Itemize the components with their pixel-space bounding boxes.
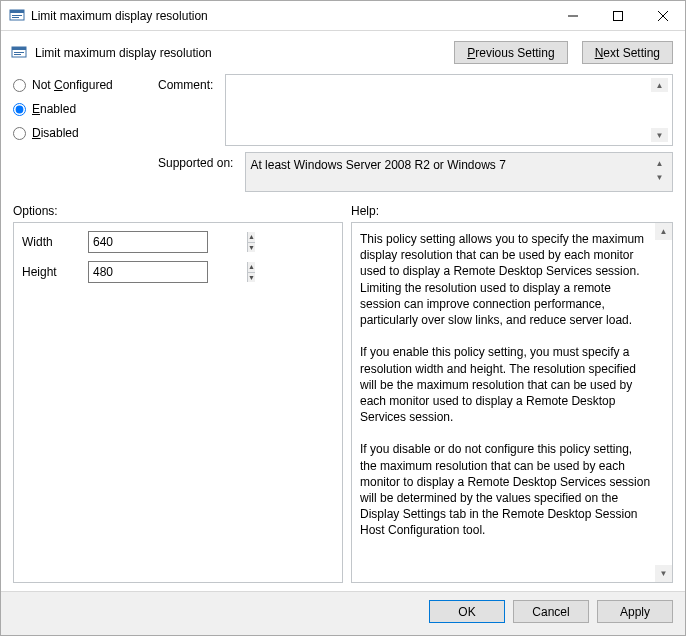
radio-disabled-input[interactable]: [13, 127, 26, 140]
scroll-up-icon[interactable]: ▲: [655, 223, 672, 240]
upper-section: Not Configured Enabled Disabled Comment:…: [1, 72, 685, 200]
titlebar: Limit maximum display resolution: [1, 1, 685, 31]
scroll-down-icon[interactable]: ▼: [655, 565, 672, 582]
app-icon: [9, 8, 25, 24]
header-row: Limit maximum display resolution Previou…: [1, 31, 685, 72]
svg-rect-11: [14, 54, 21, 55]
radio-not-configured[interactable]: Not Configured: [13, 78, 158, 92]
panels: Width ▲ ▼ Height ▲ ▼: [1, 222, 685, 591]
radio-enabled[interactable]: Enabled: [13, 102, 158, 116]
height-label: Height: [22, 265, 82, 279]
previous-setting-button[interactable]: Previous Setting: [454, 41, 567, 64]
dialog-window: Limit maximum display resolution Limit m…: [0, 0, 686, 636]
height-input[interactable]: [89, 262, 247, 282]
radio-disabled[interactable]: Disabled: [13, 126, 158, 140]
comment-scrollbar[interactable]: ▲ ▼: [651, 78, 668, 142]
spin-down-icon[interactable]: ▼: [248, 273, 255, 283]
cancel-button[interactable]: Cancel: [513, 600, 589, 623]
supported-on-box: At least Windows Server 2008 R2 or Windo…: [245, 152, 673, 192]
state-radio-group: Not Configured Enabled Disabled: [13, 74, 158, 192]
spin-up-icon[interactable]: ▲: [248, 232, 255, 243]
scroll-down-icon: ▼: [651, 170, 668, 184]
column-headers: Options: Help:: [1, 200, 685, 222]
close-button[interactable]: [640, 1, 685, 30]
options-panel: Width ▲ ▼ Height ▲ ▼: [13, 222, 343, 583]
scroll-up-icon[interactable]: ▲: [651, 78, 668, 92]
height-spinner[interactable]: ▲ ▼: [88, 261, 208, 283]
ok-button[interactable]: OK: [429, 600, 505, 623]
radio-not-configured-input[interactable]: [13, 79, 26, 92]
policy-title: Limit maximum display resolution: [35, 46, 440, 60]
spin-up-icon[interactable]: ▲: [248, 262, 255, 273]
supported-label: Supported on:: [158, 152, 239, 170]
minimize-button[interactable]: [550, 1, 595, 30]
apply-button[interactable]: Apply: [597, 600, 673, 623]
scroll-up-icon: ▲: [651, 156, 668, 170]
comment-label: Comment:: [158, 74, 219, 92]
comment-textarea[interactable]: ▲ ▼: [225, 74, 673, 146]
supported-row: Supported on: At least Windows Server 20…: [158, 152, 673, 192]
help-panel: This policy setting allows you to specif…: [351, 222, 673, 583]
policy-icon: [11, 45, 27, 61]
svg-rect-3: [12, 17, 19, 18]
svg-rect-9: [12, 47, 26, 50]
help-text: This policy setting allows you to specif…: [360, 231, 655, 574]
width-row: Width ▲ ▼: [22, 231, 334, 253]
comment-input[interactable]: [230, 78, 651, 142]
scroll-down-icon[interactable]: ▼: [651, 128, 668, 142]
footer: OK Cancel Apply: [1, 591, 685, 635]
help-scrollbar[interactable]: ▲ ▼: [655, 223, 672, 582]
svg-rect-1: [10, 10, 24, 13]
options-header: Options:: [13, 204, 343, 218]
supported-on-text: At least Windows Server 2008 R2 or Windo…: [250, 156, 651, 174]
width-spinner[interactable]: ▲ ▼: [88, 231, 208, 253]
maximize-button[interactable]: [595, 1, 640, 30]
comment-row: Comment: ▲ ▼: [158, 74, 673, 146]
radio-enabled-input[interactable]: [13, 103, 26, 116]
width-label: Width: [22, 235, 82, 249]
spin-down-icon[interactable]: ▼: [248, 243, 255, 253]
height-row: Height ▲ ▼: [22, 261, 334, 283]
supported-scrollbar: ▲ ▼: [651, 156, 668, 184]
svg-rect-2: [12, 15, 22, 16]
window-title: Limit maximum display resolution: [31, 9, 550, 23]
svg-rect-10: [14, 52, 24, 53]
width-input[interactable]: [89, 232, 247, 252]
help-header: Help:: [351, 204, 673, 218]
next-setting-button[interactable]: Next Setting: [582, 41, 673, 64]
svg-rect-5: [613, 11, 622, 20]
